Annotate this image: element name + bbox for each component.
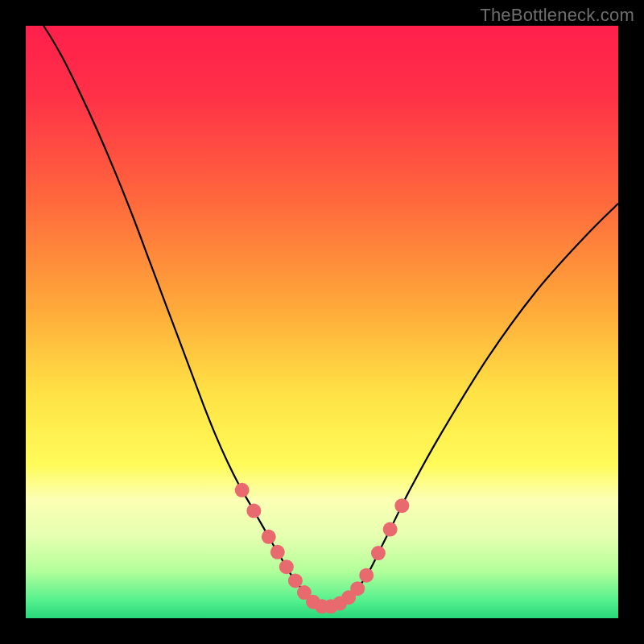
curve-markers-group (235, 483, 410, 613)
curve-marker (371, 546, 386, 560)
curve-marker (359, 568, 374, 583)
chart-svg (26, 26, 618, 618)
curve-marker (383, 522, 398, 537)
curve-marker (246, 504, 261, 518)
watermark-text: TheBottleneck.com (480, 5, 634, 26)
curve-marker (235, 483, 250, 497)
curve-marker (262, 530, 276, 544)
curve-marker (394, 498, 409, 513)
plot-area (26, 26, 618, 618)
bottleneck-curve (26, 26, 618, 607)
curve-marker (279, 559, 294, 574)
curve-marker (288, 573, 303, 588)
outer-frame: TheBottleneck.com (0, 0, 644, 644)
curve-marker (350, 581, 365, 596)
curve-marker (270, 545, 285, 559)
